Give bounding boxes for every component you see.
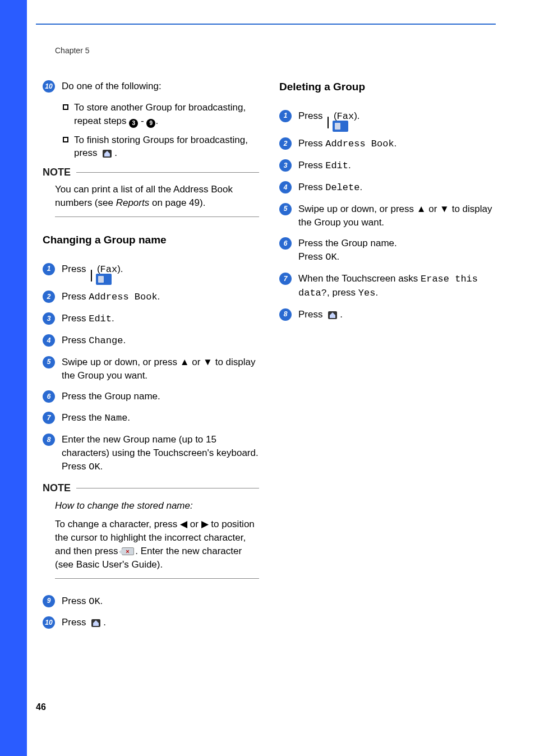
- rs6b: Press: [298, 251, 325, 262]
- fax-label: Fax: [337, 111, 354, 122]
- section-deleting-group: Deleting a Group: [279, 80, 496, 95]
- b1mid: -: [138, 116, 146, 126]
- step-6: 6 Press the Group name.: [43, 390, 259, 403]
- fax-label: Fax: [100, 264, 118, 275]
- r-step-3: 3 Press Edit.: [279, 159, 496, 173]
- rs4a: Press: [298, 182, 325, 192]
- rs7c: .: [375, 287, 378, 298]
- address-book-label: Address Book: [325, 139, 394, 149]
- ok-label-2: OK: [89, 596, 100, 607]
- bullet-2: To finish storing Groups for broadcastin…: [63, 133, 259, 160]
- home-icon: [90, 617, 102, 629]
- s6: Press the Group name.: [62, 390, 259, 403]
- s1c: ).: [117, 264, 123, 274]
- bullet-1-text: To store another Group for broadcasting,…: [74, 101, 259, 128]
- step-marker-8: 8: [279, 308, 292, 321]
- bullet-1: To store another Group for broadcasting,…: [63, 101, 259, 128]
- r-step-2: 2 Press Address Book.: [279, 137, 496, 151]
- b1end: .: [155, 116, 158, 126]
- side-tab: [0, 0, 27, 756]
- step-marker-8: 8: [43, 434, 55, 446]
- note-rule: [76, 172, 259, 173]
- step-marker-5: 5: [43, 356, 55, 368]
- bullet-icon: [63, 104, 68, 110]
- note1-text-b: on page 49).: [149, 197, 205, 208]
- note-1-body: You can print a list of all the Address …: [55, 183, 259, 217]
- step-marker-1: 1: [279, 110, 292, 122]
- step-3: 3 Press Edit.: [43, 312, 259, 326]
- note-heading-2: NOTE: [43, 481, 259, 495]
- step-1: 1 Press (Fax).: [43, 262, 259, 283]
- right-column: Deleting a Group 1 Press (Fax). 2 Press …: [279, 80, 496, 637]
- backspace-icon: [122, 547, 134, 555]
- home-icon: [101, 148, 113, 159]
- note-1-label: NOTE: [43, 165, 71, 179]
- r-step-8: 8 Press .: [279, 308, 496, 321]
- s8b: Press: [62, 461, 89, 472]
- chapter-label: Chapter 5: [55, 46, 89, 55]
- page: Chapter 5 10 Do one of the following: To…: [0, 0, 535, 756]
- ok-label: OK: [89, 462, 100, 472]
- bullet-2-text: To finish storing Groups for broadcastin…: [74, 133, 259, 160]
- section-changing-group-name: Changing a Group name: [43, 233, 259, 248]
- step-8: 8 Enter the new Group name (up to 15 cha…: [43, 433, 259, 473]
- rs7b: , press: [327, 287, 358, 298]
- left-column: 10 Do one of the following: To store ano…: [43, 80, 259, 637]
- step-marker-3: 3: [43, 312, 55, 325]
- step-7: 7 Press the Name.: [43, 411, 259, 425]
- b2a: To finish storing Groups for broadcastin…: [74, 135, 248, 159]
- s3c: .: [112, 313, 114, 324]
- s4c: .: [123, 335, 126, 345]
- edit-label: Edit: [325, 160, 348, 171]
- rs6a: Press the Group name.: [298, 237, 496, 250]
- step-marker-2: 2: [43, 291, 55, 303]
- rs1b: (: [331, 110, 336, 121]
- note-2-body: How to change the stored name: To change…: [55, 499, 259, 579]
- s9a: Press: [62, 596, 89, 606]
- s1a: Press: [62, 264, 89, 274]
- note-rule: [76, 488, 259, 488]
- s9b: .: [100, 596, 103, 606]
- rs8a: Press: [298, 309, 325, 320]
- step-5: 5 Swipe up or down, or press ▲ or ▼ to d…: [43, 356, 259, 382]
- s4a: Press: [62, 335, 89, 345]
- rs1c: ).: [354, 110, 359, 121]
- b1a: To store another Group for broadcasting,…: [74, 102, 246, 126]
- step-marker-1: 1: [43, 263, 55, 275]
- reports-link[interactable]: Reports: [116, 197, 150, 208]
- rs8b: .: [340, 309, 343, 320]
- step-10-body: Do one of the following:: [62, 80, 259, 93]
- s5: Swipe up or down, or press ▲ or ▼ to dis…: [62, 356, 259, 382]
- bullet-icon: [63, 137, 68, 142]
- ok-label: OK: [325, 252, 336, 262]
- rs2c: .: [394, 138, 397, 149]
- page-number: 46: [36, 702, 46, 712]
- s3a: Press: [62, 313, 89, 324]
- content-columns: 10 Do one of the following: To store ano…: [43, 80, 496, 637]
- ref-step-9-icon: 9: [146, 119, 155, 128]
- r-step-1: 1 Press (Fax).: [279, 109, 496, 130]
- step-marker-9: 9: [43, 595, 55, 607]
- note-2-label: NOTE: [43, 481, 71, 495]
- rs1a: Press: [298, 110, 325, 121]
- rs6c: .: [337, 251, 340, 262]
- step-10-lead: Do one of the following:: [62, 81, 162, 91]
- step-marker-2: 2: [279, 137, 292, 150]
- step-10-continued: 10 Do one of the following:: [43, 80, 259, 93]
- rs3c: .: [348, 160, 351, 170]
- s7a: Press the: [62, 412, 105, 423]
- fax-icon: [328, 116, 329, 130]
- ref-step-3-icon: 3: [129, 119, 138, 128]
- step-marker-3: 3: [279, 159, 292, 172]
- s2a: Press: [62, 291, 89, 302]
- rs4c: .: [359, 182, 362, 192]
- s10a: Press: [62, 617, 89, 628]
- change-label: Change: [89, 335, 123, 346]
- rs5: Swipe up or down, or press ▲ or ▼ to dis…: [298, 202, 496, 229]
- step-marker-6: 6: [279, 237, 292, 250]
- note-heading-1: NOTE: [43, 165, 259, 179]
- rs7a: When the Touchscreen asks: [298, 273, 421, 284]
- step-marker-7: 7: [279, 273, 292, 285]
- s8a: Enter the new Group name (up to 15 chara…: [62, 433, 259, 460]
- home-icon: [326, 310, 339, 321]
